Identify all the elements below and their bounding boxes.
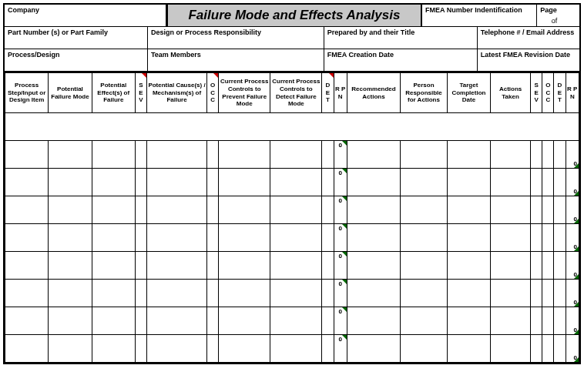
cell[interactable] — [147, 196, 207, 224]
table-row[interactable]: 00 — [5, 224, 579, 252]
cell[interactable] — [347, 196, 400, 224]
cell[interactable] — [49, 224, 92, 252]
cell[interactable] — [219, 169, 270, 196]
cell[interactable]: 0 — [334, 307, 347, 335]
cell[interactable] — [92, 252, 135, 280]
cell[interactable] — [347, 252, 400, 280]
cell[interactable] — [347, 280, 400, 307]
cell[interactable] — [5, 141, 49, 169]
cell[interactable]: 0 — [566, 141, 579, 169]
cell[interactable] — [5, 252, 49, 280]
cell[interactable]: 0 — [566, 224, 579, 252]
cell[interactable] — [207, 252, 219, 280]
cell[interactable] — [491, 169, 531, 196]
cell[interactable] — [92, 224, 135, 252]
cell[interactable] — [401, 335, 448, 363]
cell[interactable] — [401, 307, 448, 335]
cell[interactable] — [447, 196, 490, 224]
cell[interactable] — [401, 196, 448, 224]
cell[interactable] — [531, 280, 542, 307]
cell[interactable] — [447, 224, 490, 252]
cell[interactable] — [219, 141, 270, 169]
table-row[interactable]: 00 — [5, 307, 579, 335]
cell[interactable] — [322, 141, 334, 169]
cell[interactable] — [5, 169, 49, 196]
cell[interactable] — [92, 335, 135, 363]
cell[interactable] — [147, 141, 207, 169]
cell[interactable] — [219, 280, 270, 307]
cell[interactable]: 0 — [566, 307, 579, 335]
cell[interactable] — [270, 280, 322, 307]
cell[interactable] — [531, 141, 542, 169]
cell[interactable] — [135, 141, 146, 169]
cell[interactable] — [135, 196, 146, 224]
cell[interactable] — [207, 169, 219, 196]
cell[interactable] — [531, 169, 542, 196]
cell[interactable] — [92, 141, 135, 169]
cell[interactable] — [207, 280, 219, 307]
cell[interactable] — [92, 307, 135, 335]
cell[interactable] — [5, 280, 49, 307]
cell[interactable] — [554, 252, 566, 280]
cell[interactable] — [322, 335, 334, 363]
cell[interactable] — [542, 196, 554, 224]
cell[interactable] — [401, 280, 448, 307]
cell[interactable] — [531, 307, 542, 335]
cell[interactable] — [147, 335, 207, 363]
cell[interactable] — [49, 141, 92, 169]
cell[interactable]: 0 — [334, 169, 347, 196]
cell[interactable] — [270, 335, 322, 363]
cell[interactable] — [531, 196, 542, 224]
cell[interactable] — [531, 224, 542, 252]
cell[interactable] — [401, 252, 448, 280]
cell[interactable]: 0 — [334, 335, 347, 363]
table-row[interactable]: 00 — [5, 252, 579, 280]
table-row[interactable]: 00 — [5, 196, 579, 224]
cell[interactable]: 0 — [334, 224, 347, 252]
cell[interactable] — [92, 169, 135, 196]
table-row[interactable]: 00 — [5, 169, 579, 196]
cell[interactable] — [447, 335, 490, 363]
table-row[interactable]: 00 — [5, 335, 579, 363]
table-row[interactable]: 00 — [5, 280, 579, 307]
cell[interactable] — [147, 280, 207, 307]
cell[interactable]: 0 — [566, 252, 579, 280]
cell[interactable] — [270, 252, 322, 280]
cell[interactable] — [347, 335, 400, 363]
cell[interactable] — [147, 224, 207, 252]
cell[interactable] — [92, 196, 135, 224]
cell[interactable] — [401, 224, 448, 252]
cell[interactable] — [135, 307, 146, 335]
cell[interactable]: 0 — [334, 252, 347, 280]
cell[interactable] — [219, 196, 270, 224]
cell[interactable] — [207, 196, 219, 224]
cell[interactable] — [135, 280, 146, 307]
cell[interactable] — [207, 141, 219, 169]
cell[interactable] — [49, 335, 92, 363]
cell[interactable] — [491, 307, 531, 335]
cell[interactable]: 0 — [334, 141, 347, 169]
cell[interactable] — [491, 196, 531, 224]
cell[interactable] — [207, 224, 219, 252]
cell[interactable] — [207, 335, 219, 363]
cell[interactable]: 0 — [566, 335, 579, 363]
cell[interactable] — [554, 141, 566, 169]
cell[interactable] — [49, 252, 92, 280]
cell[interactable] — [322, 224, 334, 252]
cell[interactable] — [491, 280, 531, 307]
cell[interactable] — [219, 224, 270, 252]
cell[interactable]: 0 — [566, 280, 579, 307]
cell[interactable] — [49, 196, 92, 224]
cell[interactable] — [322, 280, 334, 307]
cell[interactable] — [491, 252, 531, 280]
cell[interactable] — [135, 335, 146, 363]
cell[interactable] — [447, 169, 490, 196]
cell[interactable] — [219, 252, 270, 280]
cell[interactable] — [542, 169, 554, 196]
cell[interactable] — [49, 280, 92, 307]
cell[interactable] — [207, 307, 219, 335]
cell[interactable] — [447, 280, 490, 307]
cell[interactable] — [135, 224, 146, 252]
cell[interactable] — [270, 141, 322, 169]
cell[interactable]: 0 — [566, 169, 579, 196]
